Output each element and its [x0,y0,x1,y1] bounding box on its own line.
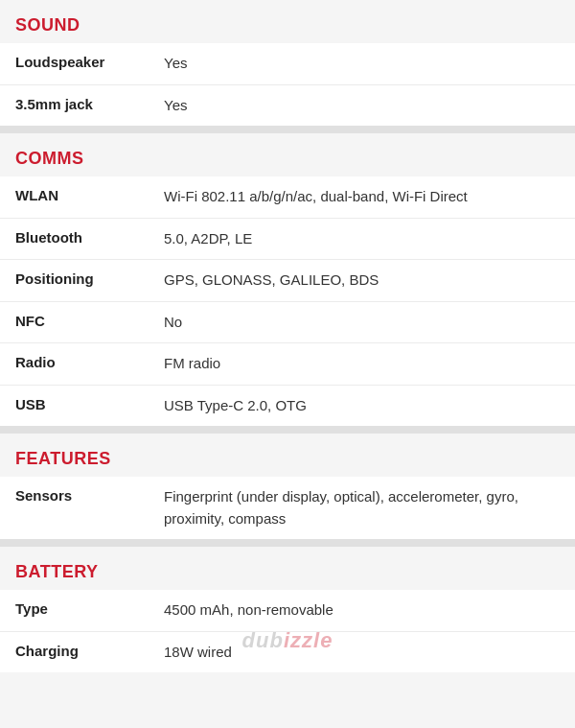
table-row: NFCNo [0,302,575,344]
table-row: PositioningGPS, GLONASS, GALILEO, BDS [0,260,575,302]
row-value: No [164,312,560,334]
row-label: Radio [15,353,164,370]
row-value: GPS, GLONASS, GALILEO, BDS [164,270,560,292]
section-title-sound: SOUND [15,10,560,39]
row-value: FM radio [164,353,560,375]
row-label: USB [15,395,164,412]
table-row: USBUSB Type-C 2.0, OTG [0,386,575,427]
row-value: Yes [164,53,560,75]
table-row: Type4500 mAh, non-removable [0,590,575,632]
section-header-bg-sound: SOUND [0,0,575,43]
row-label: NFC [15,312,164,329]
section-header-bg-features: FEATURES [0,434,575,477]
section-title-comms: COMMS [15,143,560,173]
section-divider [0,126,575,133]
section-divider [0,539,575,547]
row-value: 4500 mAh, non-removable [164,599,560,622]
row-label: Sensors [15,486,164,504]
row-value: 18W wired [164,642,560,664]
rows-container-features: SensorsFingerprint (under display, optic… [0,477,575,539]
rows-container-sound: LoudspeakerYes3.5mm jackYes [0,43,575,126]
table-row: LoudspeakerYes [0,43,575,85]
row-value: Yes [164,95,560,117]
row-label: Type [15,599,164,617]
rows-container-battery: Type4500 mAh, non-removableCharging18W w… [0,590,575,672]
table-row: 3.5mm jackYes [0,85,575,127]
section-title-features: FEATURES [15,443,560,473]
row-label: Loudspeaker [15,53,164,70]
section-divider [0,426,575,434]
section-header-bg-comms: COMMS [0,133,575,176]
row-value: Fingerprint (under display, optical), ac… [164,486,560,529]
row-value: 5.0, A2DP, LE [164,228,560,250]
table-row: WLANWi-Fi 802.11 a/b/g/n/ac, dual-band, … [0,176,575,219]
row-label: WLAN [15,186,164,203]
section-title-battery: BATTERY [15,556,560,586]
row-value: Wi-Fi 802.11 a/b/g/n/ac, dual-band, Wi-F… [164,186,560,208]
row-label: 3.5mm jack [15,95,164,112]
section-header-bg-battery: BATTERY [0,547,575,590]
row-value: USB Type-C 2.0, OTG [164,395,560,417]
row-label: Positioning [15,270,164,287]
table-row: RadioFM radio [0,343,575,386]
table-row: SensorsFingerprint (under display, optic… [0,477,575,539]
table-row: Bluetooth5.0, A2DP, LE [0,219,575,261]
row-label: Charging [15,642,164,659]
table-row: Charging18W wired [0,632,575,673]
row-label: Bluetooth [15,228,164,246]
rows-container-comms: WLANWi-Fi 802.11 a/b/g/n/ac, dual-band, … [0,176,575,426]
